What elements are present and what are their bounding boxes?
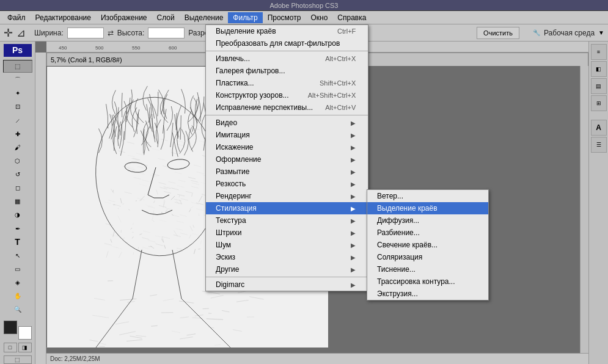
filter-item-sketch[interactable]: Эскиз ▶ [206,251,368,263]
divider-2 [206,115,368,115]
status-bar: Doc: 2,25M/2,25M [46,353,588,364]
filter-item-strokes[interactable]: Штрихи ▶ [206,227,368,239]
tool-crop[interactable]: ⊡ [3,100,32,113]
panel-icon-2[interactable]: ◧ [591,61,607,77]
submenu-glowing-edges[interactable]: Выделение краёв [367,202,488,214]
filter-item-liquify[interactable]: Пластика... Shift+Ctrl+X [206,77,368,89]
ruler-mark-500: 500 [95,45,103,51]
filter-menu: Выделение краёв Ctrl+F Преобразовать для… [205,24,368,291]
tool-history[interactable]: ↺ [3,168,32,181]
tool-brush[interactable]: 🖌 [3,141,32,154]
tool-magic-wand[interactable]: ✦ [3,87,32,100]
panel-icon-1[interactable]: ≡ [591,44,607,60]
tool-healing[interactable]: ✚ [3,128,32,140]
tool-shape[interactable]: ▭ [3,263,32,275]
tool-gradient[interactable]: ▦ [3,195,32,208]
tool-stamp[interactable]: ⬡ [3,155,32,167]
status-text: Doc: 2,25M/2,25M [50,355,100,362]
tool-marquee[interactable]: ⬚ [3,60,32,73]
submenu-solarize[interactable]: Соляризация [367,251,488,263]
tool-eyedropper[interactable]: ⟋ [3,114,32,126]
menu-item-image[interactable]: Изображение [96,12,152,23]
submenu-diffuse[interactable]: Диффузия... [367,214,488,227]
screen-mode[interactable]: ⬚ [4,355,32,364]
stylize-submenu: Ветер... Выделение краёв Диффузия... Раз… [367,189,489,300]
ruler-mark-600: 600 [169,45,177,51]
height-input[interactable] [148,27,185,38]
workspace-arrow[interactable]: ▼ [598,29,604,36]
panel-icon-3[interactable]: ▤ [591,78,607,94]
filter-item-gallery[interactable]: Галерея фильтров... [206,65,368,77]
filter-item-imitation[interactable]: Имитация ▶ [206,129,368,141]
filter-item-design[interactable]: Оформление ▶ [206,153,368,166]
width-label: Ширина: [34,29,64,37]
tool-dodge[interactable]: ◑ [3,208,32,221]
scrollbar-area [580,66,588,353]
workspace-label: Рабочая среда [544,29,595,37]
menu-bar: Файл Редактирование Изображение Слой Выд… [0,11,608,24]
submenu-tracecontour[interactable]: Трассировка контура... [367,275,488,288]
tool-3d[interactable]: ◈ [3,276,32,289]
panel-icon-5[interactable]: ☰ [591,137,607,153]
arrow-icon: ⊿ [16,26,26,40]
tool-lasso[interactable]: ⌒ [3,73,32,86]
filter-item-digimarc[interactable]: Digimarc ▶ [206,278,368,291]
menu-item-file[interactable]: Файл [2,12,31,23]
filter-item-extract-edges[interactable]: Выделение краёв Ctrl+F [206,25,368,37]
workspace-icon: 🔧 [533,29,540,36]
clear-button[interactable]: Очистить [477,27,519,39]
menu-item-select[interactable]: Выделение [180,12,229,23]
background-color[interactable] [18,326,32,340]
tool-text[interactable]: T [3,236,32,249]
submenu-wind[interactable]: Ветер... [367,190,488,202]
menu-item-window[interactable]: Окно [306,12,332,23]
tool-path-select[interactable]: ↖ [3,249,32,262]
filter-item-sharpen[interactable]: Резкость ▶ [206,178,368,190]
right-panels: ≡ ◧ ▤ ⊞ A ☰ [588,42,608,364]
divider-3 [206,277,368,277]
standard-mode[interactable]: □ [4,343,17,352]
filter-item-distort[interactable]: Искажение ▶ [206,141,368,153]
filter-item-extract[interactable]: Извлечь... Alt+Ctrl+X [206,53,368,65]
submenu-tiles[interactable]: Разбиение... [367,227,488,239]
ruler-mark-550: 550 [132,45,140,51]
submenu-extrude[interactable]: Экструзия... [367,288,488,300]
menu-item-layer[interactable]: Слой [152,12,180,23]
filter-item-texture[interactable]: Текстура ▶ [206,214,368,227]
move-tool-icon[interactable]: ✛ [4,26,13,40]
ruler-left [35,53,46,364]
ps-logo: Ps [4,44,32,57]
submenu-emboss[interactable]: Тиснение... [367,263,488,275]
filter-item-patternmaker[interactable]: Конструктор узоров... Alt+Shift+Ctrl+X [206,89,368,101]
ruler-mark-450: 450 [59,45,67,51]
title-bar: Adobe Photoshop CS3 [0,0,608,11]
divider-1 [206,51,368,51]
filter-item-video[interactable]: Видео ▶ [206,117,368,129]
panel-icon-A[interactable]: A [591,120,607,136]
app-title: Adobe Photoshop CS3 [270,2,339,9]
tool-pen[interactable]: ✒ [3,222,32,235]
tool-zoom[interactable]: 🔍 [3,303,32,316]
swap-icon[interactable]: ⇄ [108,29,114,37]
height-label: Высота: [117,29,145,37]
tool-hand[interactable]: ✋ [3,289,32,302]
filter-item-smartfilter[interactable]: Преобразовать для смарт-фильтров [206,37,368,49]
filter-item-vanishpoint[interactable]: Исправление перспективы... Alt+Ctrl+V [206,101,368,114]
filter-item-other[interactable]: Другие ▶ [206,263,368,275]
menu-item-edit[interactable]: Редактирование [31,12,96,23]
submenu-glowedges[interactable]: Свечение краёв... [367,239,488,251]
doc-title: 5,7% (Слой 1, RGB/8#) [51,56,122,64]
left-toolbar: Ps ⬚ ⌒ ✦ ⊡ ⟋ ✚ 🖌 ⬡ ↺ ◻ ▦ ◑ ✒ T ↖ ▭ ◈ ✋ 🔍… [0,42,35,364]
menu-item-view[interactable]: Просмотр [263,12,306,23]
foreground-color[interactable] [4,321,17,334]
menu-item-filter[interactable]: Фильтр [228,12,262,23]
filter-item-render[interactable]: Рендеринг ▶ [206,190,368,202]
filter-item-stylize[interactable]: Стилизация ▶ [206,202,368,214]
width-input[interactable] [67,27,104,38]
filter-item-blur[interactable]: Размытие ▶ [206,166,368,178]
quick-mask[interactable]: ◨ [18,343,32,352]
filter-item-noise[interactable]: Шум ▶ [206,239,368,251]
panel-icon-4[interactable]: ⊞ [591,95,607,111]
tool-eraser[interactable]: ◻ [3,181,32,194]
menu-item-help[interactable]: Справка [332,12,371,23]
